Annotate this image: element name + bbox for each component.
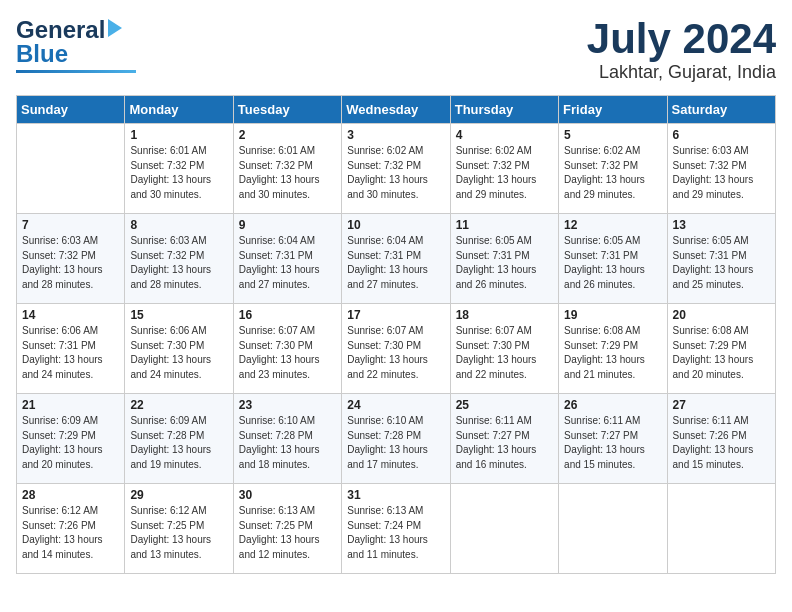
day-number: 15 xyxy=(130,308,227,322)
logo-underline xyxy=(16,70,136,73)
calendar-cell xyxy=(667,484,775,574)
page-subtitle: Lakhtar, Gujarat, India xyxy=(587,62,776,83)
calendar-cell: 25Sunrise: 6:11 AM Sunset: 7:27 PM Dayli… xyxy=(450,394,558,484)
day-number: 9 xyxy=(239,218,336,232)
calendar-cell: 10Sunrise: 6:04 AM Sunset: 7:31 PM Dayli… xyxy=(342,214,450,304)
day-info: Sunrise: 6:03 AM Sunset: 7:32 PM Dayligh… xyxy=(673,144,770,202)
day-info: Sunrise: 6:03 AM Sunset: 7:32 PM Dayligh… xyxy=(130,234,227,292)
day-number: 26 xyxy=(564,398,661,412)
day-number: 24 xyxy=(347,398,444,412)
calendar-cell xyxy=(17,124,125,214)
day-info: Sunrise: 6:07 AM Sunset: 7:30 PM Dayligh… xyxy=(239,324,336,382)
day-info: Sunrise: 6:13 AM Sunset: 7:25 PM Dayligh… xyxy=(239,504,336,562)
calendar-cell: 6Sunrise: 6:03 AM Sunset: 7:32 PM Daylig… xyxy=(667,124,775,214)
day-info: Sunrise: 6:13 AM Sunset: 7:24 PM Dayligh… xyxy=(347,504,444,562)
week-row-1: 1Sunrise: 6:01 AM Sunset: 7:32 PM Daylig… xyxy=(17,124,776,214)
page-header: General Blue July 2024 Lakhtar, Gujarat,… xyxy=(16,16,776,83)
day-info: Sunrise: 6:05 AM Sunset: 7:31 PM Dayligh… xyxy=(564,234,661,292)
calendar-cell xyxy=(559,484,667,574)
day-info: Sunrise: 6:02 AM Sunset: 7:32 PM Dayligh… xyxy=(564,144,661,202)
calendar-cell: 31Sunrise: 6:13 AM Sunset: 7:24 PM Dayli… xyxy=(342,484,450,574)
day-info: Sunrise: 6:09 AM Sunset: 7:28 PM Dayligh… xyxy=(130,414,227,472)
column-header-monday: Monday xyxy=(125,96,233,124)
day-info: Sunrise: 6:08 AM Sunset: 7:29 PM Dayligh… xyxy=(673,324,770,382)
day-number: 25 xyxy=(456,398,553,412)
calendar-cell: 1Sunrise: 6:01 AM Sunset: 7:32 PM Daylig… xyxy=(125,124,233,214)
day-number: 14 xyxy=(22,308,119,322)
column-header-wednesday: Wednesday xyxy=(342,96,450,124)
calendar-cell: 13Sunrise: 6:05 AM Sunset: 7:31 PM Dayli… xyxy=(667,214,775,304)
day-info: Sunrise: 6:07 AM Sunset: 7:30 PM Dayligh… xyxy=(347,324,444,382)
day-info: Sunrise: 6:07 AM Sunset: 7:30 PM Dayligh… xyxy=(456,324,553,382)
day-number: 2 xyxy=(239,128,336,142)
logo-blue: Blue xyxy=(16,40,68,68)
calendar-cell: 26Sunrise: 6:11 AM Sunset: 7:27 PM Dayli… xyxy=(559,394,667,484)
calendar-cell: 19Sunrise: 6:08 AM Sunset: 7:29 PM Dayli… xyxy=(559,304,667,394)
svg-marker-0 xyxy=(108,19,122,37)
calendar-cell: 21Sunrise: 6:09 AM Sunset: 7:29 PM Dayli… xyxy=(17,394,125,484)
day-number: 4 xyxy=(456,128,553,142)
day-number: 17 xyxy=(347,308,444,322)
day-info: Sunrise: 6:12 AM Sunset: 7:26 PM Dayligh… xyxy=(22,504,119,562)
day-info: Sunrise: 6:05 AM Sunset: 7:31 PM Dayligh… xyxy=(456,234,553,292)
calendar-cell: 24Sunrise: 6:10 AM Sunset: 7:28 PM Dayli… xyxy=(342,394,450,484)
calendar-cell: 4Sunrise: 6:02 AM Sunset: 7:32 PM Daylig… xyxy=(450,124,558,214)
day-number: 20 xyxy=(673,308,770,322)
calendar-cell: 12Sunrise: 6:05 AM Sunset: 7:31 PM Dayli… xyxy=(559,214,667,304)
day-number: 11 xyxy=(456,218,553,232)
day-info: Sunrise: 6:01 AM Sunset: 7:32 PM Dayligh… xyxy=(239,144,336,202)
day-info: Sunrise: 6:06 AM Sunset: 7:31 PM Dayligh… xyxy=(22,324,119,382)
calendar-cell: 30Sunrise: 6:13 AM Sunset: 7:25 PM Dayli… xyxy=(233,484,341,574)
calendar-cell: 5Sunrise: 6:02 AM Sunset: 7:32 PM Daylig… xyxy=(559,124,667,214)
day-number: 13 xyxy=(673,218,770,232)
day-number: 29 xyxy=(130,488,227,502)
calendar-cell: 23Sunrise: 6:10 AM Sunset: 7:28 PM Dayli… xyxy=(233,394,341,484)
day-info: Sunrise: 6:02 AM Sunset: 7:32 PM Dayligh… xyxy=(347,144,444,202)
calendar-cell: 27Sunrise: 6:11 AM Sunset: 7:26 PM Dayli… xyxy=(667,394,775,484)
day-number: 28 xyxy=(22,488,119,502)
column-header-sunday: Sunday xyxy=(17,96,125,124)
day-number: 7 xyxy=(22,218,119,232)
calendar-cell: 16Sunrise: 6:07 AM Sunset: 7:30 PM Dayli… xyxy=(233,304,341,394)
day-number: 10 xyxy=(347,218,444,232)
calendar-header-row: SundayMondayTuesdayWednesdayThursdayFrid… xyxy=(17,96,776,124)
calendar-cell: 28Sunrise: 6:12 AM Sunset: 7:26 PM Dayli… xyxy=(17,484,125,574)
day-info: Sunrise: 6:01 AM Sunset: 7:32 PM Dayligh… xyxy=(130,144,227,202)
day-number: 21 xyxy=(22,398,119,412)
calendar-cell: 9Sunrise: 6:04 AM Sunset: 7:31 PM Daylig… xyxy=(233,214,341,304)
day-number: 1 xyxy=(130,128,227,142)
calendar-cell xyxy=(450,484,558,574)
day-number: 31 xyxy=(347,488,444,502)
day-info: Sunrise: 6:03 AM Sunset: 7:32 PM Dayligh… xyxy=(22,234,119,292)
calendar-cell: 14Sunrise: 6:06 AM Sunset: 7:31 PM Dayli… xyxy=(17,304,125,394)
calendar-cell: 7Sunrise: 6:03 AM Sunset: 7:32 PM Daylig… xyxy=(17,214,125,304)
day-number: 23 xyxy=(239,398,336,412)
title-area: July 2024 Lakhtar, Gujarat, India xyxy=(587,16,776,83)
day-number: 5 xyxy=(564,128,661,142)
day-info: Sunrise: 6:12 AM Sunset: 7:25 PM Dayligh… xyxy=(130,504,227,562)
calendar-cell: 8Sunrise: 6:03 AM Sunset: 7:32 PM Daylig… xyxy=(125,214,233,304)
week-row-3: 14Sunrise: 6:06 AM Sunset: 7:31 PM Dayli… xyxy=(17,304,776,394)
day-info: Sunrise: 6:04 AM Sunset: 7:31 PM Dayligh… xyxy=(239,234,336,292)
day-info: Sunrise: 6:11 AM Sunset: 7:26 PM Dayligh… xyxy=(673,414,770,472)
day-number: 12 xyxy=(564,218,661,232)
calendar-cell: 22Sunrise: 6:09 AM Sunset: 7:28 PM Dayli… xyxy=(125,394,233,484)
day-info: Sunrise: 6:04 AM Sunset: 7:31 PM Dayligh… xyxy=(347,234,444,292)
calendar-cell: 18Sunrise: 6:07 AM Sunset: 7:30 PM Dayli… xyxy=(450,304,558,394)
calendar-cell: 11Sunrise: 6:05 AM Sunset: 7:31 PM Dayli… xyxy=(450,214,558,304)
day-number: 19 xyxy=(564,308,661,322)
logo: General Blue xyxy=(16,16,136,73)
logo-arrow-icon xyxy=(108,19,130,41)
calendar-cell: 15Sunrise: 6:06 AM Sunset: 7:30 PM Dayli… xyxy=(125,304,233,394)
day-info: Sunrise: 6:10 AM Sunset: 7:28 PM Dayligh… xyxy=(347,414,444,472)
day-number: 18 xyxy=(456,308,553,322)
day-number: 3 xyxy=(347,128,444,142)
calendar-cell: 29Sunrise: 6:12 AM Sunset: 7:25 PM Dayli… xyxy=(125,484,233,574)
day-number: 22 xyxy=(130,398,227,412)
day-info: Sunrise: 6:08 AM Sunset: 7:29 PM Dayligh… xyxy=(564,324,661,382)
calendar-cell: 2Sunrise: 6:01 AM Sunset: 7:32 PM Daylig… xyxy=(233,124,341,214)
day-number: 27 xyxy=(673,398,770,412)
calendar-cell: 3Sunrise: 6:02 AM Sunset: 7:32 PM Daylig… xyxy=(342,124,450,214)
calendar-table: SundayMondayTuesdayWednesdayThursdayFrid… xyxy=(16,95,776,574)
day-number: 16 xyxy=(239,308,336,322)
